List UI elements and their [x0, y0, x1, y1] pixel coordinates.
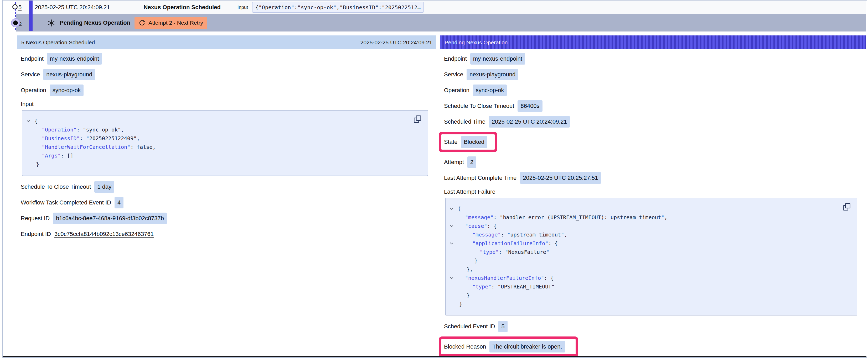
event-row-nexus-operation-scheduled[interactable]: 5 2025-02-25 UTC 20:24:09.21 Nexus Opera…: [16, 1, 866, 14]
json-value: : {: [548, 240, 558, 247]
timeline-hollow-circle-marker: [12, 4, 18, 9]
json-line: "type": "NexusFailure": [448, 248, 839, 256]
attempt-retry-badge: Attempt 2 · Next Retry: [134, 17, 207, 29]
field-label: Service: [21, 71, 40, 78]
collapse-chevron-icon[interactable]: [448, 274, 456, 283]
field-label: Schedule To Close Timeout: [444, 103, 514, 109]
pending-event-title: Pending Nexus Operation: [60, 20, 130, 26]
json-value: : {: [487, 223, 497, 229]
json-key: "cause": [465, 223, 487, 229]
input-label: Input: [238, 5, 248, 10]
json-key: "BusinessID": [42, 135, 80, 141]
field-last-attempt-complete-time: Last Attempt Complete Time 2025-02-25 UT…: [444, 172, 862, 184]
field-label: Last Attempt Complete Time: [444, 174, 517, 182]
json-value: : []: [61, 153, 73, 159]
scheduled-panel-body: Endpoint my-nexus-endpoint Service nexus…: [17, 50, 436, 240]
field-schedule-to-close-timeout: Schedule To Close Timeout 1 day: [21, 181, 432, 193]
detail-bottom-divider: [3, 356, 866, 357]
json-key: "message": [472, 231, 501, 238]
field-value-badge: my-nexus-endpoint: [47, 53, 102, 65]
field-label: Request ID: [21, 215, 50, 222]
json-line: }: [448, 300, 839, 308]
field-label: Attempt: [444, 159, 464, 166]
state-highlight-box: State Blocked: [439, 132, 497, 152]
nexus-operation-scheduled-panel: 5 Nexus Operation Scheduled 2025-02-25 U…: [17, 35, 436, 356]
json-text: }: [456, 291, 470, 300]
blocked-reason-highlight-box: Blocked Reason The circuit breaker is op…: [439, 336, 578, 357]
input-json-viewer: { "Operation": "sync-op-ok", "BusinessID…: [22, 110, 428, 176]
json-key: "Args": [42, 153, 61, 159]
json-line: "nexusHandlerFailureInfo": {: [448, 274, 839, 283]
json-key: "type": [480, 249, 499, 255]
field-value-badge: 2025-02-25 UTC 20:25:27.51: [520, 172, 601, 184]
json-value: : "upstream timeout",: [501, 231, 567, 238]
event-title: Nexus Operation Scheduled: [144, 4, 220, 11]
json-text: {: [32, 117, 37, 126]
pending-panel-header: Pending Nexus Operation: [440, 35, 866, 50]
json-value: : {: [544, 275, 554, 281]
field-value-badge: nexus-playground: [467, 69, 518, 80]
field-schedule-to-close-timeout: Schedule To Close Timeout 86400s: [444, 100, 862, 112]
json-line: "message": "handler error (UPSTREAM_TIME…: [448, 213, 839, 222]
input-section-label: Input: [21, 101, 432, 108]
copy-icon[interactable]: [842, 202, 851, 211]
field-label: State: [444, 138, 457, 145]
json-line: }: [25, 160, 409, 169]
field-value-badge: b1c6a4bc-8ee7-468a-9169-df3b02c8737b: [53, 213, 167, 224]
collapse-chevron-icon[interactable]: [448, 204, 456, 213]
field-label: Endpoint: [21, 55, 43, 62]
field-blocked-reason: Blocked Reason The circuit breaker is op…: [444, 336, 862, 357]
collapse-chevron-icon[interactable]: [25, 117, 32, 126]
field-value-badge: sync-op-ok: [473, 85, 507, 96]
json-line: "applicationFailureInfo": {: [448, 239, 839, 248]
json-value: : "NexusFailure": [499, 249, 549, 255]
json-text: },: [456, 265, 473, 274]
json-key: "HandlerWaitForCancellation": [42, 144, 130, 150]
event-id-link[interactable]: 5: [19, 20, 22, 26]
json-key: "type": [472, 284, 491, 290]
field-label: Scheduled Time: [444, 118, 486, 125]
json-line: },: [448, 265, 839, 274]
event-rows: 5 2025-02-25 UTC 20:24:09.21 Nexus Opera…: [16, 1, 866, 32]
field-label: Operation: [444, 87, 469, 94]
scheduled-panel-timestamp: 2025-02-25 UTC 20:24:09.21: [361, 39, 432, 46]
json-key: "nexusHandlerFailureInfo": [465, 275, 544, 281]
retry-icon: [139, 20, 145, 26]
endpoint-id-link[interactable]: 3c0c75ccfa8144b092c13ce632463761: [54, 231, 154, 237]
field-label: Workflow Task Completed Event ID: [21, 199, 111, 206]
field-value-badge: 4: [115, 197, 123, 208]
field-operation: Operation sync-op-ok: [444, 85, 862, 96]
field-workflow-task-completed-event-id: Workflow Task Completed Event ID 4: [21, 197, 432, 208]
field-value-badge: sync-op-ok: [50, 85, 84, 96]
field-label: Service: [444, 71, 463, 78]
collapse-chevron-icon[interactable]: [448, 222, 456, 230]
json-value: : "20250225122409",: [80, 135, 140, 141]
timeline-filled-circle-marker: [13, 21, 18, 25]
json-line: "Operation": "sync-op-ok",: [25, 126, 409, 134]
json-text: }: [456, 300, 462, 308]
event-row-pending-nexus-operation[interactable]: 5 Pending Nexus Operation Attempt 2 · Ne…: [16, 14, 866, 32]
pending-nexus-operation-panel: Pending Nexus Operation Endpoint my-nexu…: [440, 35, 866, 356]
attempt-retry-label: Attempt 2 · Next Retry: [149, 20, 203, 26]
field-label: Endpoint: [444, 55, 467, 62]
json-text: }: [456, 256, 477, 265]
json-line: "Args": []: [25, 152, 409, 160]
event-timestamp: 2025-02-25 UTC 20:24:09.21: [35, 4, 110, 11]
json-line: "HandlerWaitForCancellation": false,: [25, 143, 409, 152]
field-value-badge: 86400s: [518, 100, 542, 112]
json-line: "BusinessID": "20250225122409",: [25, 134, 409, 143]
input-preview-chip[interactable]: {"Operation":"sync-op-ok","BusinessID":"…: [252, 2, 424, 12]
event-id-link[interactable]: 5: [19, 4, 22, 11]
field-service: Service nexus-playground: [444, 69, 862, 80]
copy-icon[interactable]: [413, 115, 422, 124]
field-value-badge: 2025-02-25 UTC 20:24:09.21: [489, 116, 570, 128]
json-text: }: [32, 160, 39, 169]
json-line: }: [448, 291, 839, 300]
json-key: "Operation": [42, 127, 76, 133]
collapse-chevron-icon[interactable]: [448, 239, 456, 248]
json-key: "applicationFailureInfo": [472, 240, 548, 247]
field-endpoint: Endpoint my-nexus-endpoint: [444, 53, 862, 65]
pending-star-icon: [48, 20, 55, 27]
scheduled-panel-header[interactable]: 5 Nexus Operation Scheduled 2025-02-25 U…: [17, 35, 436, 50]
state-value-badge: Blocked: [461, 136, 487, 148]
